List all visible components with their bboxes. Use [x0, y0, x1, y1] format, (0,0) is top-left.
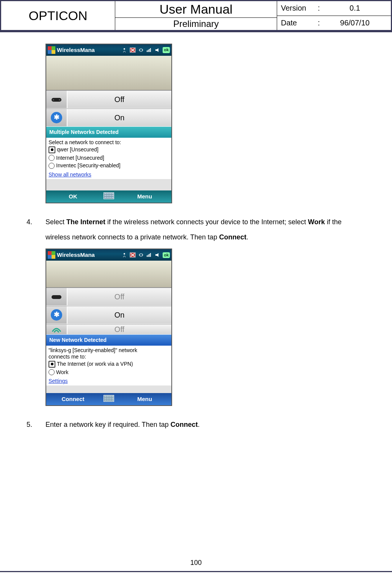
brand-cell: OPTICON — [1, 1, 115, 30]
date-value: 96/07/10 — [323, 19, 387, 27]
svg-rect-4 — [147, 50, 147, 52]
ok-button[interactable]: ok — [163, 252, 170, 258]
radio-icon — [49, 361, 55, 368]
date-label: Date — [281, 19, 315, 27]
colon: : — [315, 19, 323, 27]
left-softkey[interactable]: OK — [46, 193, 100, 200]
radio-icon — [49, 163, 55, 169]
radio-icon — [49, 155, 55, 161]
phone-toggle-row[interactable]: Off — [46, 90, 171, 109]
wifi-toggle-value: Off — [67, 324, 171, 334]
page-number: 100 — [0, 559, 392, 567]
step-number: 5. — [27, 417, 45, 433]
bluetooth-toggle-row[interactable]: ✱ On — [46, 306, 171, 324]
radio-icon — [49, 146, 55, 153]
phone-icon — [46, 91, 67, 108]
option-label: The Internet (or work via a VPN) — [57, 361, 133, 367]
svg-marker-20 — [155, 253, 158, 257]
titlebar: WirelessMana ok — [46, 44, 171, 56]
dialog-title: New Network Detected — [46, 335, 171, 346]
signal-icon — [146, 252, 153, 258]
sync-icon — [138, 47, 144, 53]
dialog-prompt: Select a network to connect to: — [49, 139, 169, 146]
keyboard-icon — [103, 192, 114, 199]
status-icon — [129, 252, 136, 258]
sync-icon — [138, 252, 144, 258]
network-label: Inventec [Security-enabled] — [56, 162, 121, 169]
network-option[interactable]: Internet [Unsecured] — [49, 154, 169, 162]
doc-title: User Manual — [115, 1, 277, 18]
svg-rect-21 — [52, 295, 61, 299]
titlebar: WirelessMana ok — [46, 249, 171, 261]
bluetooth-toggle-value: On — [67, 109, 171, 126]
bottom-bar: OK Menu — [46, 190, 171, 203]
status-icon — [121, 47, 128, 53]
svg-rect-7 — [150, 48, 151, 52]
svg-point-12 — [124, 253, 125, 255]
doc-subtitle: Preliminary — [115, 18, 277, 30]
connection-option[interactable]: The Internet (or work via a VPN) — [49, 360, 169, 368]
svg-point-0 — [124, 48, 125, 50]
version-value: 0.1 — [323, 4, 387, 13]
phone-icon — [46, 288, 67, 305]
status-icon — [121, 252, 128, 258]
signal-icon — [146, 47, 153, 53]
keyboard-icon — [103, 395, 114, 402]
app-title: WirelessMana — [57, 252, 95, 258]
settings-link[interactable]: Settings — [46, 377, 171, 385]
step-5: 5. Enter a network key if required. Then… — [27, 417, 365, 433]
right-softkey[interactable]: Menu — [118, 193, 171, 200]
step-number: 4. — [27, 215, 45, 245]
svg-rect-6 — [149, 49, 150, 52]
phone-toggle-row[interactable]: Off — [46, 288, 171, 306]
phone-toggle-value: Off — [67, 91, 171, 108]
step-text: Enter a network key if required. Then ta… — [45, 417, 365, 433]
keyboard-button[interactable] — [100, 192, 118, 201]
app-title: WirelessMana — [57, 47, 95, 53]
svg-point-10 — [53, 99, 54, 101]
bluetooth-icon: ✱ — [46, 109, 67, 126]
network-label: qwer [Unsecured] — [57, 146, 99, 153]
dialog-prompt-line2: connects me to: — [49, 354, 169, 360]
screenshot-multiple-networks: WirelessMana ok — [45, 44, 172, 203]
step-4: 4. Select The Internet if the wireless n… — [27, 215, 365, 245]
connection-option[interactable]: Work — [49, 368, 169, 376]
radio-icon — [49, 369, 55, 375]
svg-rect-5 — [148, 50, 149, 52]
version-label: Version — [281, 4, 315, 13]
bottom-bar: Connect Menu — [46, 393, 171, 405]
network-label: Internet [Unsecured] — [56, 155, 104, 161]
dialog-title: Multiple Networks Detected — [46, 127, 171, 138]
svg-point-11 — [59, 99, 60, 101]
svg-rect-16 — [147, 255, 147, 257]
volume-icon — [154, 47, 161, 53]
keyboard-button[interactable] — [100, 395, 118, 403]
right-softkey[interactable]: Menu — [118, 396, 171, 403]
footer-rule — [0, 571, 392, 572]
svg-rect-17 — [148, 255, 149, 257]
start-icon[interactable] — [48, 46, 55, 54]
svg-marker-8 — [155, 48, 158, 52]
dialog-prompt-line1: "linksys-g [Security-enabled]" network — [49, 347, 169, 354]
wifi-icon — [46, 324, 67, 334]
start-icon[interactable] — [48, 251, 55, 259]
bluetooth-icon: ✱ — [46, 306, 67, 324]
ok-button[interactable]: ok — [163, 47, 170, 53]
page-header: OPTICON User Manual Preliminary Version … — [1, 1, 391, 31]
option-label: Work — [56, 369, 68, 376]
status-icon — [129, 47, 136, 53]
network-option[interactable]: Inventec [Security-enabled] — [49, 162, 169, 170]
wifi-toggle-row[interactable]: Off — [46, 324, 171, 335]
left-softkey[interactable]: Connect — [46, 396, 100, 403]
bluetooth-toggle-value: On — [67, 306, 171, 324]
screenshot-new-network: WirelessMana ok — [45, 249, 172, 406]
show-all-networks-link[interactable]: Show all networks — [46, 170, 171, 179]
step-text: Select The Internet if the wireless netw… — [45, 215, 365, 245]
network-option[interactable]: qwer [Unsecured] — [49, 146, 169, 154]
volume-icon — [154, 252, 161, 258]
colon: : — [315, 4, 323, 13]
phone-toggle-value: Off — [67, 288, 171, 305]
svg-rect-19 — [150, 253, 151, 257]
bluetooth-toggle-row[interactable]: ✱ On — [46, 109, 171, 127]
svg-rect-18 — [149, 254, 150, 257]
